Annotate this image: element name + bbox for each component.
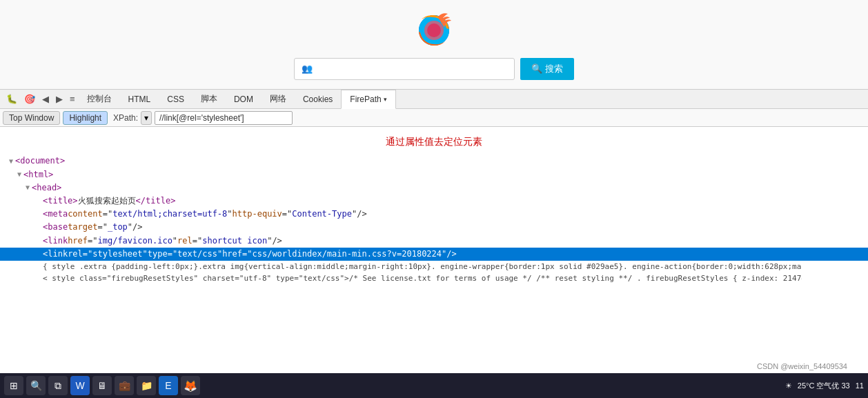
svg-point-2 [427, 23, 441, 37]
tab-html[interactable]: HTML [120, 90, 159, 109]
tab-console[interactable]: 控制台 [79, 90, 120, 109]
firefox-logo [413, 10, 455, 51]
expand-style-content [34, 261, 43, 272]
watermark: CSDN @weixin_54409534 [757, 362, 847, 370]
browser-top: 👥 🔍 搜索 [0, 0, 868, 90]
tab-firepath-arrow: ▾ [384, 96, 387, 103]
taskbar-app2[interactable]: 💼 [115, 376, 134, 395]
devtools-nav-forward[interactable]: ▶ [52, 92, 66, 106]
search-button-label: 搜索 [545, 63, 563, 75]
expand-firerbug-styles [34, 273, 43, 284]
taskbar-word[interactable]: W [70, 376, 90, 395]
taskbar-app4[interactable]: E [159, 376, 178, 395]
tree-node-firrebug-styles[interactable]: < style class="firebugResetStyles" chars… [0, 272, 868, 285]
watermark-text: CSDN @weixin_54409534 [757, 362, 847, 370]
taskbar-time: 11 [856, 381, 864, 390]
taskbar-task-view[interactable]: ⧉ [48, 376, 68, 395]
expand-head[interactable]: ▼ [23, 182, 32, 193]
search-input-container: 👥 [294, 58, 515, 80]
top-window-button[interactable]: Top Window [3, 111, 60, 125]
heading-text: 通过属性值去定位元素 [0, 131, 868, 152]
html-tree[interactable]: 通过属性值去定位元素 ▼ <document> ▼ <html> ▼ <head… [0, 127, 868, 384]
expand-link-favicon [34, 235, 43, 246]
xpath-dropdown-label: ▾ [144, 113, 148, 123]
taskbar-windows[interactable]: ⊞ [4, 376, 23, 395]
tree-node-document[interactable]: ▼ <document> [0, 155, 868, 168]
devtools-tabs-bar: 🐛 🎯 ◀ ▶ ≡ 控制台 HTML CSS 脚本 DOM 网络 Cookies… [0, 90, 868, 109]
tab-firepath[interactable]: FirePath ▾ [341, 90, 395, 109]
expand-document[interactable]: ▼ [7, 156, 15, 167]
tree-node-link-favicon[interactable]: <link href="img/favicon.ico" rel="shortc… [0, 235, 868, 248]
tab-cookies[interactable]: Cookies [295, 90, 341, 109]
tree-node-link-stylesheet[interactable]: <link rel="stylesheet" type="text/css" h… [0, 248, 868, 261]
taskbar-right: ☀ 25°C 空气优 33 11 [785, 381, 864, 391]
taskbar-app1[interactable]: 🖥 [92, 376, 112, 395]
tree-node-meta[interactable]: <meta content="text/html;charset=utf-8" … [0, 208, 868, 221]
search-icon: 🔍 [531, 63, 542, 74]
expand-html[interactable]: ▼ [15, 169, 23, 180]
search-button[interactable]: 🔍 搜索 [520, 58, 574, 80]
tree-node-style-content[interactable]: { style .extra {padding-left:0px;}.extra… [0, 261, 868, 273]
tree-node-base[interactable]: <base target="_top"/> [0, 221, 868, 234]
tree-heading: 通过属性值去定位元素 [0, 130, 868, 155]
tab-network[interactable]: 网络 [262, 90, 295, 109]
xpath-label: XPath: [113, 113, 138, 123]
tree-node-head[interactable]: ▼ <head> [0, 181, 868, 195]
tab-script[interactable]: 脚本 [193, 90, 226, 109]
tab-dom[interactable]: DOM [226, 90, 262, 109]
taskbar: ⊞ 🔍 ⧉ W 🖥 💼 📁 E 🦊 ☀ 25°C 空气优 33 11 [0, 373, 868, 398]
expand-meta [34, 209, 43, 220]
xpath-input[interactable] [155, 111, 293, 125]
tree-node-html[interactable]: ▼ <html> [0, 168, 868, 181]
people-icon: 👥 [302, 63, 313, 74]
tab-firepath-label: FirePath [350, 94, 381, 104]
highlight-button[interactable]: Highlight [63, 111, 108, 125]
devtools-icon-inspect[interactable]: 🎯 [21, 92, 39, 106]
weather-info: 25°C 空气优 33 [798, 381, 850, 391]
expand-link-stylesheet [34, 248, 43, 259]
tab-css[interactable]: CSS [159, 90, 193, 109]
devtools-toolbar: Top Window Highlight XPath: ▾ [0, 109, 868, 127]
search-bar-area: 👥 🔍 搜索 [294, 58, 574, 80]
tree-node-title[interactable]: <title>火狐搜索起始页</title> [0, 195, 868, 208]
xpath-dropdown[interactable]: ▾ [141, 111, 152, 125]
taskbar-firefox[interactable]: 🦊 [181, 376, 200, 395]
taskbar-search[interactable]: 🔍 [26, 376, 46, 395]
expand-base [34, 222, 43, 233]
devtools-nav-back[interactable]: ◀ [39, 92, 52, 106]
weather-temp: ☀ [785, 381, 792, 390]
devtools-icon-bug[interactable]: 🐛 [3, 92, 21, 106]
taskbar-app3[interactable]: 📁 [137, 376, 156, 395]
devtools-panel: 🐛 🎯 ◀ ▶ ≡ 控制台 HTML CSS 脚本 DOM 网络 Cookies… [0, 90, 868, 398]
expand-title [34, 196, 43, 207]
devtools-nav-list[interactable]: ≡ [66, 92, 79, 106]
